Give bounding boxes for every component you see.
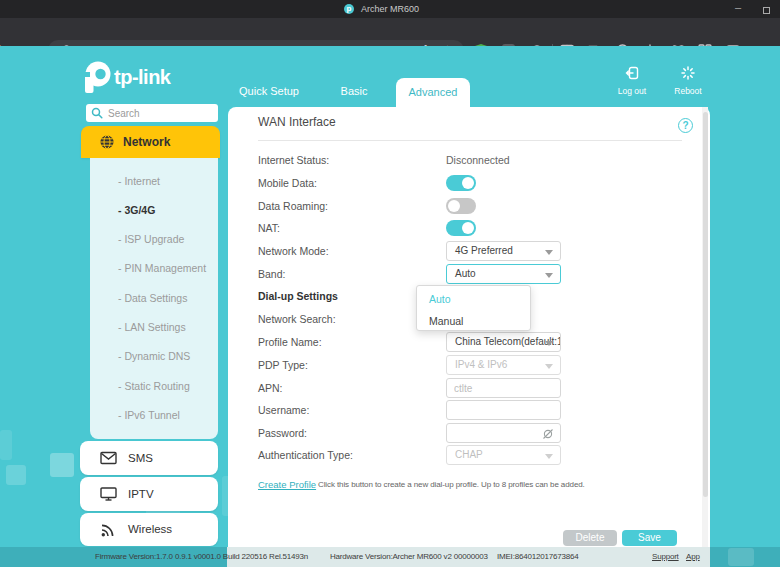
- reboot-icon: [681, 66, 695, 80]
- deco-square: [6, 465, 26, 485]
- nat-toggle[interactable]: [446, 220, 476, 236]
- page-title: WAN Interface: [258, 115, 336, 129]
- sidebar-item-data-settings[interactable]: - Data Settings: [118, 291, 187, 305]
- internet-status-value: Disconnected: [446, 150, 510, 170]
- apn-label: APN:: [258, 378, 283, 398]
- help-icon[interactable]: ?: [678, 118, 693, 133]
- logout-label: Log out: [602, 86, 662, 96]
- iptv-label: IPTV: [128, 477, 154, 511]
- sidebar-item-lan-settings[interactable]: - LAN Settings: [118, 320, 186, 334]
- sidebar-item-network[interactable]: Network: [81, 126, 220, 158]
- network-mode-select[interactable]: 4G Preferred: [446, 241, 561, 261]
- envelope-icon: [100, 450, 117, 466]
- pdp-type-label: PDP Type:: [258, 355, 308, 375]
- sidebar-item-isp-upgrade[interactable]: - ISP Upgrade: [118, 232, 184, 246]
- reboot-button[interactable]: Reboot: [658, 66, 718, 96]
- sidebar-item-sms[interactable]: SMS: [80, 441, 218, 475]
- title-divider: [258, 140, 682, 141]
- deco-square: [0, 430, 12, 460]
- band-option-manual[interactable]: Manual: [417, 310, 530, 332]
- tp-link-logo: [80, 60, 114, 96]
- footer-right-segment: [710, 547, 780, 567]
- firmware-version: Firmware Version:1.7.0 0.9.1 v0001.0 Bui…: [95, 547, 308, 567]
- tab-basic[interactable]: Basic: [328, 82, 380, 100]
- eye-off-icon[interactable]: [542, 428, 554, 440]
- band-option-auto[interactable]: Auto: [417, 288, 530, 310]
- sidebar-item-iptv[interactable]: IPTV: [80, 477, 218, 511]
- sidebar-item-pin-management[interactable]: - PIN Management: [118, 261, 206, 275]
- scrollbar-thumb[interactable]: [703, 112, 708, 497]
- band-select[interactable]: Auto: [446, 264, 561, 284]
- sidebar-item-dynamic-dns[interactable]: - Dynamic DNS: [118, 349, 190, 363]
- window-title: Archer MR600: [0, 0, 780, 18]
- tp-link-logo-icon: [80, 60, 114, 96]
- support-link[interactable]: Support: [652, 547, 679, 567]
- sidebar-item-3g4g[interactable]: - 3G/4G: [118, 203, 155, 217]
- wireless-label: Wireless: [128, 513, 172, 546]
- password-field-box: [446, 423, 561, 443]
- network-mode-label: Network Mode:: [258, 241, 329, 261]
- chevron-down-icon: [545, 454, 553, 459]
- nat-label: NAT:: [258, 218, 280, 238]
- network-label: Network: [123, 126, 170, 158]
- sidebar-item-ipv6-tunnel[interactable]: - IPv6 Tunnel: [118, 408, 180, 422]
- chevron-down-icon: [545, 364, 553, 369]
- pdp-type-select[interactable]: IPv4 & IPv6: [446, 355, 561, 375]
- monitor-icon: [100, 486, 117, 502]
- apn-field-box: [446, 378, 561, 398]
- profile-name-label: Profile Name:: [258, 332, 322, 352]
- wifi-icon: [100, 522, 116, 538]
- tab-advanced[interactable]: Advanced: [396, 78, 470, 107]
- chevron-down-icon: [545, 341, 553, 346]
- sidebar-search: [86, 104, 218, 122]
- toggle-knob: [462, 222, 474, 234]
- sidebar-item-wireless[interactable]: Wireless: [80, 513, 218, 546]
- apn-input[interactable]: [454, 380, 542, 396]
- app-link[interactable]: App: [686, 547, 700, 567]
- logout-button[interactable]: Log out: [602, 66, 662, 96]
- sidebar-item-static-routing[interactable]: - Static Routing: [118, 379, 190, 393]
- maximize-icon: [763, 7, 770, 14]
- sidebar-item-internet[interactable]: - Internet: [118, 174, 160, 188]
- brand-name: tp-link: [114, 66, 171, 89]
- band-label: Band:: [258, 264, 285, 284]
- band-value: Auto: [455, 268, 476, 279]
- toggle-knob: [462, 177, 474, 189]
- network-search-label: Network Search:: [258, 309, 336, 329]
- maximize-button[interactable]: [754, 0, 778, 18]
- pdp-type-value: IPv4 & IPv6: [455, 359, 507, 370]
- mobile-data-toggle[interactable]: [446, 175, 476, 191]
- reboot-label: Reboot: [658, 86, 718, 96]
- search-icon: [91, 107, 103, 119]
- username-input[interactable]: [454, 402, 542, 418]
- tab-quick-setup[interactable]: Quick Setup: [225, 82, 313, 100]
- logout-icon: [625, 66, 639, 80]
- data-roaming-toggle[interactable]: [446, 198, 476, 214]
- scrollbar-track[interactable]: [702, 107, 708, 547]
- chevron-down-icon: [545, 250, 553, 255]
- profile-name-select[interactable]: China Telecom(default:1): [446, 332, 561, 352]
- sms-label: SMS: [128, 441, 153, 475]
- save-button[interactable]: Save: [622, 530, 677, 546]
- band-dropdown-panel: Auto Manual: [416, 285, 531, 331]
- auth-type-select[interactable]: CHAP: [446, 445, 561, 465]
- minimize-button[interactable]: –: [726, 0, 750, 18]
- create-profile-description: Click this button to create a new dial-u…: [318, 480, 585, 489]
- toggle-knob: [448, 200, 460, 212]
- username-label: Username:: [258, 400, 309, 420]
- password-label: Password:: [258, 423, 307, 443]
- mobile-data-label: Mobile Data:: [258, 173, 317, 193]
- password-input[interactable]: [454, 425, 542, 441]
- network-mode-value: 4G Preferred: [455, 245, 513, 256]
- delete-button[interactable]: Delete: [563, 530, 617, 546]
- imei: IMEI:864012017673864: [497, 547, 578, 567]
- create-profile-link[interactable]: Create Profile: [258, 479, 316, 490]
- browser-titlebar: p Archer MR600 –: [0, 0, 780, 18]
- browser-toolbar: ⟳ https://emulator.tp-link.com/mr600v2/i…: [0, 18, 780, 46]
- data-roaming-label: Data Roaming:: [258, 196, 328, 216]
- auth-type-value: CHAP: [455, 449, 483, 460]
- dialup-settings-label: Dial-up Settings: [258, 286, 338, 306]
- search-input[interactable]: [108, 105, 213, 121]
- app-window: p Archer MR600 – ⟳ https://emulator.tp-l…: [0, 0, 780, 567]
- globe-icon: [99, 134, 115, 150]
